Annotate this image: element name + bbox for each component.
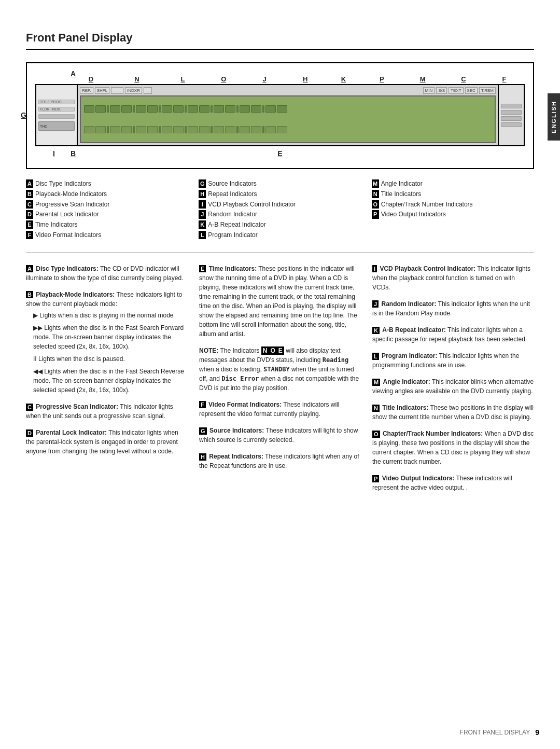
legend-text-f: Video Format Indicators <box>35 231 101 240</box>
legend-key-a: A <box>26 179 33 188</box>
desc-title-i: VCD Playback Control Indicator: <box>380 265 475 272</box>
legend-col-2: G Source Indicators H Repeat Indicators … <box>199 179 361 240</box>
legend-item: L Program Indicator <box>199 231 361 240</box>
desc-list-item: ▶▶ Lights when the disc is in the Fast S… <box>28 323 188 351</box>
desc-item-n: N Title Indicators: These two positions … <box>372 403 534 422</box>
front-panel-diagram: A D N L O J H K P M C F G TITLE PROG. <box>26 62 534 169</box>
legend-text-k: A-B Repeat Indicator <box>208 220 265 229</box>
desc-title-o: Chapter/Track Number Indicators: <box>383 430 483 437</box>
desc-item-k: K A-B Repeat Indicator: This indicator l… <box>372 325 534 344</box>
desc-key-i: I <box>372 265 377 272</box>
legend-key-c: C <box>26 200 33 209</box>
desc-item-d: D Parental Lock Indicator: This indicato… <box>26 428 188 456</box>
desc-title-j: Random Indicator: <box>381 300 436 308</box>
desc-item-j: J Random Indicator: This indicator light… <box>372 299 534 318</box>
desc-key-l: L <box>372 353 379 360</box>
desc-list-item: ◀◀ Lights when the disc is in the Fast S… <box>28 367 188 395</box>
page-container: ENGLISH Front Panel Display A D N L O J … <box>26 0 534 531</box>
desc-key-d: D <box>26 429 33 437</box>
desc-key-g: G <box>199 427 207 435</box>
legend-key-e: E <box>26 220 33 229</box>
desc-title-d: Parental Lock Indicator: <box>36 429 107 436</box>
legend-text-m: Angle Indicator <box>381 179 423 188</box>
legend-text-c: Progressive Scan Indicator <box>35 200 109 209</box>
note-reading: Reading <box>323 356 349 364</box>
legend-text-a: Disc Type Indicators <box>35 179 91 188</box>
desc-col-1: A Disc Type Indicators: The CD or DVD in… <box>26 263 188 500</box>
legend-item: J Random Indicator <box>199 210 361 219</box>
legend-item: A Disc Type Indicators <box>26 179 188 188</box>
desc-key-k: K <box>372 327 380 334</box>
legend-key-j: J <box>199 210 206 218</box>
desc-key-h: H <box>199 453 206 461</box>
legend-item: D Parental Lock Indicator <box>26 210 188 219</box>
side-tab: ENGLISH <box>548 93 560 141</box>
desc-item-f: F Video Format Indicators: These indicat… <box>199 400 361 419</box>
label-k: K <box>326 75 361 83</box>
desc-title-m: Angle Indicator: <box>383 378 430 385</box>
desc-item-b: B Playback-Mode Indicators: These indica… <box>26 290 188 395</box>
legend-item: B Playback-Mode Indicators <box>26 190 188 199</box>
legend-section: A Disc Type Indicators B Playback-Mode I… <box>26 179 534 240</box>
desc-item-h: H Repeat Indicators: These indicators li… <box>199 452 361 470</box>
legend-key-g: G <box>199 179 206 188</box>
desc-title-b: Playback-Mode Indicators: <box>36 291 115 298</box>
legend-item: F Video Format Indicators <box>26 231 188 240</box>
desc-col-3: I VCD Playback Control Indicator: This i… <box>372 263 534 500</box>
label-n: N <box>111 75 162 83</box>
legend-key-i: I <box>199 200 206 209</box>
page-footer: FRONT PANEL DISPLAY 9 <box>460 728 539 737</box>
legend-text-l: Program Indicator <box>208 231 257 240</box>
note-disc-error: Disc Error <box>221 375 259 382</box>
legend-key-m: M <box>372 179 379 188</box>
desc-list-item: ▶ Lights when a disc is playing in the n… <box>28 311 188 320</box>
legend-text-g: Source Indicators <box>208 179 256 188</box>
desc-item-l: L Program Indicator: This indicator ligh… <box>372 351 534 370</box>
desc-item-note: NOTE: The Indicators NOE will also displ… <box>199 346 361 393</box>
desc-key-a: A <box>26 265 33 272</box>
legend-text-p: Video Output Indicators <box>381 210 446 219</box>
legend-key-o: O <box>372 200 379 209</box>
desc-item-m: M Angle Indicator: This indicator blinks… <box>372 377 534 396</box>
legend-item: I VCD Playback Control Indicator <box>199 200 361 209</box>
desc-key-j: J <box>372 300 379 308</box>
desc-key-c: C <box>26 404 33 411</box>
desc-list-item: II Lights when the disc is paused. <box>28 354 188 364</box>
footer-text: FRONT PANEL DISPLAY <box>460 729 530 736</box>
legend-text-o: Chapter/Track Number Indicators <box>381 200 473 209</box>
legend-item: M Angle Indicator <box>372 179 534 188</box>
legend-item: K A-B Repeat Indicator <box>199 220 361 229</box>
legend-key-n: N <box>372 190 379 198</box>
desc-key-f: F <box>199 401 206 408</box>
legend-item: H Repeat Indicators <box>199 190 361 199</box>
desc-title-h: Repeat Indicators: <box>209 453 263 460</box>
desc-item-c: C Progressive Scan Indicator: This indic… <box>26 402 188 421</box>
legend-item: O Chapter/Track Number Indicators <box>372 200 534 209</box>
desc-item-o: O Chapter/Track Number Indicators: When … <box>372 429 534 466</box>
label-j: J <box>244 75 285 83</box>
label-d: D <box>71 75 111 83</box>
desc-col-2: E Time Indicators: These positions in th… <box>199 263 361 500</box>
desc-item-e: E Time Indicators: These positions in th… <box>199 264 361 339</box>
label-h: H <box>285 75 326 83</box>
legend-key-p: P <box>372 210 379 218</box>
desc-item-g: G Source Indicators: These indicators wi… <box>199 426 361 445</box>
label-c: C <box>443 75 484 83</box>
label-p: P <box>361 75 402 83</box>
description-section: A Disc Type Indicators: The CD or DVD in… <box>26 263 534 500</box>
legend-col-1: A Disc Type Indicators B Playback-Mode I… <box>26 179 188 240</box>
legend-key-h: H <box>199 190 206 198</box>
legend-item: N Title Indicators <box>372 190 534 199</box>
legend-key-f: F <box>26 231 33 239</box>
desc-title-c: Progressive Scan Indicator: <box>36 403 118 410</box>
desc-title-k: A-B Repeat Indicator: <box>382 326 446 334</box>
page-number: 9 <box>535 728 539 737</box>
desc-title-p: Video Output Indicators: <box>382 475 455 482</box>
desc-title-n: Title Indicators: <box>382 404 428 411</box>
label-f: F <box>484 75 525 83</box>
label-b: B <box>71 149 76 158</box>
legend-item: C Progressive Scan Indicator <box>26 200 188 209</box>
desc-key-e: E <box>199 265 206 272</box>
desc-list-b: ▶ Lights when a disc is playing in the n… <box>26 311 188 395</box>
desc-item-i: I VCD Playback Control Indicator: This i… <box>372 264 534 292</box>
